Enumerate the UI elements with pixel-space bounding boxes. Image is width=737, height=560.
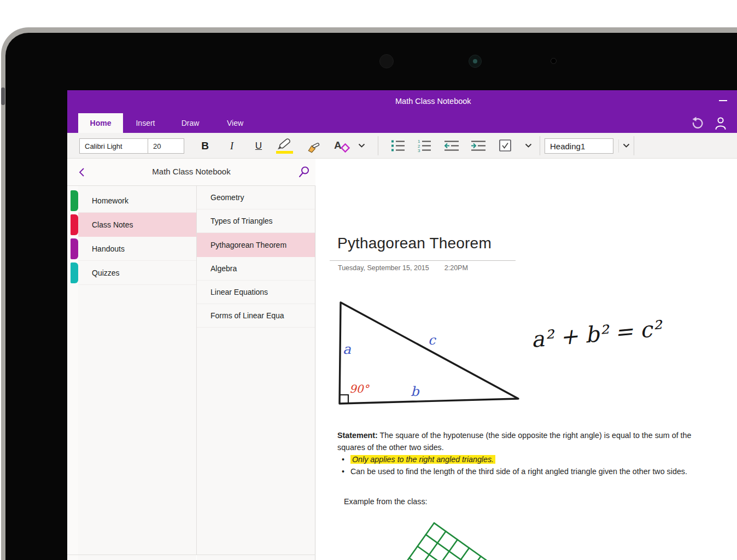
toolbar-separator (618, 139, 619, 153)
statement-label: Statement: (337, 431, 378, 440)
font-color-icon[interactable]: A (333, 138, 352, 154)
bullet-item: • Can be used to find the length of the … (342, 467, 687, 476)
toolbar-separator (634, 136, 634, 155)
underline-button[interactable]: U (251, 138, 266, 154)
sidebar-bottom-divider (67, 555, 315, 555)
right-angle-marker (340, 395, 348, 403)
tab-view[interactable]: View (213, 113, 258, 133)
toolbar-separator (540, 136, 540, 155)
indent-icon[interactable] (470, 138, 487, 153)
tab-draw[interactable]: Draw (168, 113, 213, 133)
highlighter-icon[interactable] (274, 138, 297, 154)
right-triangle-drawing: a c b 90° (340, 302, 518, 404)
onenote-app-window: Math Class Notebook Home Insert Draw Vie… (67, 90, 737, 560)
italic-button[interactable]: I (224, 138, 239, 154)
page-item-geometry[interactable]: Geometry (197, 186, 315, 209)
sidebar-item-homework[interactable]: Homework (78, 189, 196, 213)
font-name-input[interactable]: Calibri Light (79, 138, 148, 154)
microphone-dot (551, 58, 557, 64)
example-label: Example from the class: (344, 497, 428, 506)
camera-lens-inner (473, 59, 477, 63)
bullet-item: • Only applies to the right angled trian… (342, 455, 495, 464)
ink-drawing-layer: a c b 90° (315, 227, 737, 560)
green-square-grid (393, 523, 493, 560)
bold-button[interactable]: B (197, 138, 213, 154)
notebook-header: Math Class Notebook (67, 159, 315, 186)
toolbar-separator (378, 136, 378, 155)
sidebar-item-handouts[interactable]: Handouts (78, 237, 196, 261)
todo-checkbox-icon[interactable] (499, 139, 512, 152)
triangle-label-b: b (411, 384, 420, 399)
section-color-tab-quizzes[interactable] (71, 262, 78, 283)
style-selector[interactable]: Heading1 (545, 138, 613, 154)
font-size-input[interactable]: 20 (148, 138, 184, 154)
search-icon[interactable] (298, 166, 311, 179)
svg-text:3: 3 (418, 148, 420, 153)
triangle-label-angle: 90° (349, 382, 370, 395)
triangle-label-c: c (428, 332, 436, 348)
formatting-toolbar: Calibri Light 20 B I U A (67, 133, 737, 159)
sidebar-item-quizzes[interactable]: Quizzes (78, 261, 196, 285)
style-chevron-icon[interactable] (623, 143, 630, 149)
bullet-list-icon[interactable] (390, 138, 406, 153)
ribbon-tab-bar: Home Insert Draw View (67, 113, 737, 133)
bullet-marker: • (342, 467, 350, 476)
device-side-button (1, 88, 5, 105)
format-painter-icon[interactable] (303, 138, 323, 154)
notebook-title: Math Class Notebook (67, 167, 315, 176)
title-bar: Math Class Notebook (67, 90, 737, 113)
bullet-text: Can be used to find the length of the th… (350, 467, 687, 476)
page-item-pythagorean-theorem[interactable]: Pythagorean Theorem (197, 233, 315, 257)
app-body: Math Class Notebook Homework Class Notes… (67, 159, 737, 560)
triangle-label-a: a (343, 341, 351, 357)
page-item-linear-equations[interactable]: Linear Equations (197, 281, 315, 304)
section-color-tab-class-notes[interactable] (71, 214, 78, 235)
minimize-icon[interactable] (719, 100, 727, 101)
highlighted-note: Only applies to the right angled triangl… (350, 455, 495, 464)
undo-icon[interactable] (689, 116, 703, 130)
statement-text: The square of the hypotenuse (the side o… (337, 431, 691, 452)
page-item-algebra[interactable]: Algebra (197, 257, 315, 281)
svg-text:A: A (334, 139, 342, 151)
tab-home[interactable]: Home (78, 113, 123, 133)
app-title: Math Class Notebook (395, 97, 471, 106)
sensor-dot (379, 54, 394, 68)
outdent-icon[interactable] (443, 138, 460, 153)
numbered-list-icon[interactable]: 1 2 3 (417, 138, 432, 153)
page-item-forms-of-linear-equa[interactable]: Forms of Linear Equa (197, 304, 315, 328)
tab-insert[interactable]: Insert (123, 113, 168, 133)
tags-chevron-icon[interactable] (525, 143, 532, 149)
page-canvas[interactable]: Pythagorean Theorem Tuesday, September 1… (315, 227, 737, 560)
person-icon[interactable] (713, 116, 728, 130)
statement-paragraph: Statement: The square of the hypotenuse … (337, 430, 709, 453)
sidebar-item-class-notes[interactable]: Class Notes (78, 213, 196, 237)
section-color-tab-homework[interactable] (71, 190, 78, 211)
font-options-chevron-icon[interactable] (358, 143, 365, 149)
bullet-marker: • (342, 455, 350, 464)
page-item-types-of-triangles[interactable]: Types of Triangles (197, 209, 315, 233)
section-color-tab-handouts[interactable] (71, 238, 78, 259)
